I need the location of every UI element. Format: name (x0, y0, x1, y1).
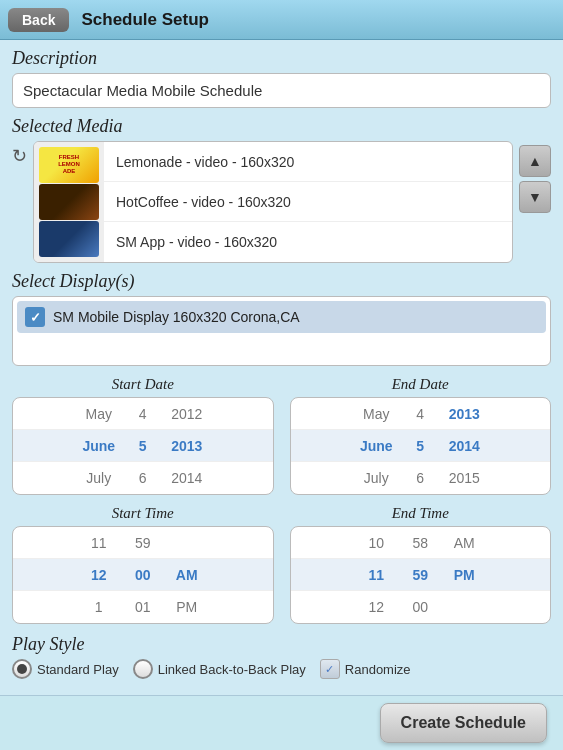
top-bar: Back Schedule Setup (0, 0, 563, 40)
drum-cell: 6 (398, 470, 442, 486)
drum-row: May 4 2013 (291, 398, 551, 430)
drum-cell: 5 (121, 438, 165, 454)
drum-cell: 00 (121, 567, 165, 583)
date-pickers-row: Start Date May 4 2012 June 5 2013 July 6… (12, 376, 551, 495)
standard-play-label: Standard Play (37, 662, 119, 677)
start-time-picker[interactable]: 11 59 12 00 AM 1 01 PM (12, 526, 274, 624)
play-style-row: Standard Play Linked Back-to-Back Play ✓… (12, 659, 551, 679)
description-label: Description (12, 48, 551, 69)
list-item: HotCoffee - video - 160x320 (104, 182, 512, 222)
thumb-lemonade: FRESHLEMONADE (39, 147, 99, 183)
start-date-col: Start Date May 4 2012 June 5 2013 July 6… (12, 376, 274, 495)
start-time-col: Start Time 11 59 12 00 AM 1 01 PM (12, 505, 274, 624)
drum-cell: 4 (121, 406, 165, 422)
selected-media-label: Selected Media (12, 116, 551, 137)
list-item: SM App - video - 160x320 (104, 222, 512, 262)
media-arrows: ▲ ▼ (519, 141, 551, 213)
randomize-option[interactable]: ✓ Randomize (320, 659, 411, 679)
drum-cell: July (354, 470, 398, 486)
drum-cell: 59 (398, 567, 442, 583)
drum-row: 11 59 (13, 527, 273, 559)
media-thumbnails: FRESHLEMONADE (34, 142, 104, 262)
move-up-button[interactable]: ▲ (519, 145, 551, 177)
drum-cell: 11 (354, 567, 398, 583)
drum-cell: AM (165, 567, 209, 583)
drum-cell: 59 (121, 535, 165, 551)
check-icon: ✓ (25, 307, 45, 327)
play-style-label: Play Style (12, 634, 551, 655)
page-title: Schedule Setup (81, 10, 209, 30)
drum-cell: 6 (121, 470, 165, 486)
drum-cell: May (77, 406, 121, 422)
drum-cell: 2012 (165, 406, 209, 422)
drum-cell: 11 (77, 535, 121, 551)
drum-row: 12 00 (291, 591, 551, 623)
drum-cell: 2014 (442, 438, 486, 454)
randomize-checkbox[interactable]: ✓ (320, 659, 340, 679)
refresh-button[interactable]: ↻ (12, 141, 27, 167)
drum-cell: PM (442, 567, 486, 583)
drum-cell: 4 (398, 406, 442, 422)
list-item: Lemonade - video - 160x320 (104, 142, 512, 182)
display-list: ✓ SM Mobile Display 160x320 Corona,CA (12, 296, 551, 366)
radio-standard[interactable] (12, 659, 32, 679)
thumb-app (39, 221, 99, 257)
select-displays-label: Select Display(s) (12, 271, 551, 292)
drum-cell: 2015 (442, 470, 486, 486)
end-time-col: End Time 10 58 AM 11 59 PM 12 00 (290, 505, 552, 624)
end-date-label: End Date (290, 376, 552, 393)
drum-cell: 5 (398, 438, 442, 454)
standard-play-option[interactable]: Standard Play (12, 659, 119, 679)
end-time-picker[interactable]: 10 58 AM 11 59 PM 12 00 (290, 526, 552, 624)
radio-linked[interactable] (133, 659, 153, 679)
linked-play-option[interactable]: Linked Back-to-Back Play (133, 659, 306, 679)
display-item[interactable]: ✓ SM Mobile Display 160x320 Corona,CA (17, 301, 546, 333)
drum-cell: May (354, 406, 398, 422)
bottom-bar: Create Schedule (0, 695, 563, 750)
drum-cell: June (77, 438, 121, 454)
media-list: FRESHLEMONADE Lemonade - video - 160x320… (33, 141, 513, 263)
drum-cell: 12 (354, 599, 398, 615)
drum-cell: 2013 (442, 406, 486, 422)
time-pickers-row: Start Time 11 59 12 00 AM 1 01 PM (12, 505, 551, 624)
display-text: SM Mobile Display 160x320 Corona,CA (53, 309, 300, 325)
thumb-coffee (39, 184, 99, 220)
drum-cell: AM (442, 535, 486, 551)
drum-cell: 00 (398, 599, 442, 615)
media-items: Lemonade - video - 160x320 HotCoffee - v… (104, 142, 512, 262)
drum-cell: 2014 (165, 470, 209, 486)
drum-cell: 2013 (165, 438, 209, 454)
end-time-label: End Time (290, 505, 552, 522)
description-input[interactable] (12, 73, 551, 108)
drum-cell: PM (165, 599, 209, 615)
start-date-picker[interactable]: May 4 2012 June 5 2013 July 6 2014 (12, 397, 274, 495)
radio-inner-standard (17, 664, 27, 674)
randomize-label: Randomize (345, 662, 411, 677)
drum-row: July 6 2014 (13, 462, 273, 494)
drum-row: 10 58 AM (291, 527, 551, 559)
drum-row-selected: 12 00 AM (13, 559, 273, 591)
drum-row-selected: June 5 2013 (13, 430, 273, 462)
end-date-col: End Date May 4 2013 June 5 2014 July 6 2… (290, 376, 552, 495)
drum-cell: July (77, 470, 121, 486)
drum-cell: 12 (77, 567, 121, 583)
drum-row: May 4 2012 (13, 398, 273, 430)
drum-row-selected: 11 59 PM (291, 559, 551, 591)
end-date-picker[interactable]: May 4 2013 June 5 2014 July 6 2015 (290, 397, 552, 495)
drum-cell: June (354, 438, 398, 454)
drum-cell: 01 (121, 599, 165, 615)
start-date-label: Start Date (12, 376, 274, 393)
drum-row-selected: June 5 2014 (291, 430, 551, 462)
start-time-label: Start Time (12, 505, 274, 522)
main-content: Description Selected Media ↻ FRESHLEMONA… (0, 40, 563, 750)
linked-play-label: Linked Back-to-Back Play (158, 662, 306, 677)
drum-row: 1 01 PM (13, 591, 273, 623)
drum-cell: 1 (77, 599, 121, 615)
move-down-button[interactable]: ▼ (519, 181, 551, 213)
back-button[interactable]: Back (8, 8, 69, 32)
create-schedule-button[interactable]: Create Schedule (380, 703, 547, 743)
media-row: ↻ FRESHLEMONADE Lemonade - video - 160x3… (12, 141, 551, 263)
drum-row: July 6 2015 (291, 462, 551, 494)
drum-cell: 58 (398, 535, 442, 551)
drum-cell: 10 (354, 535, 398, 551)
